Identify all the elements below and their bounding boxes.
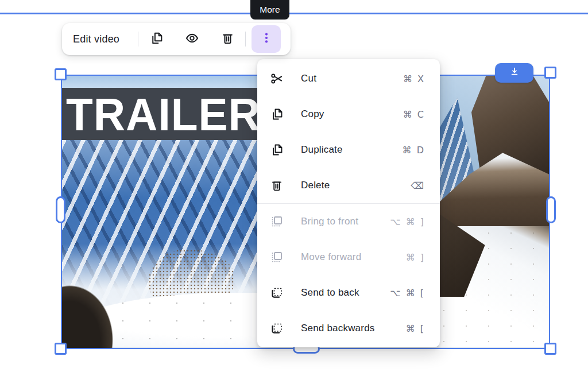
menu-item-shortcut: ⌥ ⌘ ] bbox=[390, 216, 425, 227]
menu-item-move-forward[interactable]: Move forward ⌘ ] bbox=[257, 239, 440, 275]
send-backwards-icon bbox=[270, 321, 284, 335]
menu-item-label: Copy bbox=[301, 108, 324, 120]
resize-handle-top-left[interactable] bbox=[55, 68, 67, 80]
resize-handle-bottom-left[interactable] bbox=[55, 343, 67, 355]
duplicate-button[interactable] bbox=[138, 23, 174, 55]
menu-item-shortcut: ⌘ C bbox=[403, 109, 425, 120]
resize-handle-top-right[interactable] bbox=[544, 67, 556, 79]
resize-handle-right[interactable] bbox=[546, 196, 556, 223]
menu-item-shortcut: ⌘ [ bbox=[406, 323, 425, 334]
page-boundary-line bbox=[0, 13, 588, 14]
menu-item-label: Delete bbox=[301, 180, 330, 191]
resize-handle-bottom-right[interactable] bbox=[544, 343, 556, 355]
download-button[interactable] bbox=[495, 63, 533, 83]
trash-icon bbox=[270, 179, 284, 192]
menu-item-label: Cut bbox=[301, 73, 316, 84]
menu-item-label: Duplicate bbox=[301, 144, 343, 156]
menu-item-shortcut: ⌥ ⌘ [ bbox=[390, 288, 425, 299]
menu-item-send-to-back[interactable]: Send to back ⌥ ⌘ [ bbox=[257, 275, 440, 311]
duplicate-icon bbox=[270, 143, 284, 157]
edit-video-button[interactable]: Edit video bbox=[62, 33, 138, 45]
send-to-back-icon bbox=[270, 286, 284, 300]
delete-button[interactable] bbox=[210, 23, 245, 55]
copy-icon bbox=[270, 107, 284, 121]
canvas-stage: TRAILER More Edit video bbox=[0, 0, 588, 376]
toolbar-divider bbox=[245, 32, 246, 46]
menu-item-label: Send to back bbox=[301, 287, 359, 299]
scissors-icon bbox=[270, 72, 284, 86]
vertical-dots-icon bbox=[260, 31, 273, 47]
bring-to-front-icon bbox=[270, 215, 284, 228]
download-icon bbox=[509, 66, 520, 80]
video-overlay-text: TRAILER bbox=[66, 88, 261, 140]
context-menu: Cut ⌘ X Copy ⌘ C Duplicate ⌘ D bbox=[257, 59, 440, 347]
menu-item-shortcut: ⌘ ] bbox=[406, 252, 425, 263]
menu-item-delete[interactable]: Delete ⌫ bbox=[257, 168, 440, 203]
menu-item-copy[interactable]: Copy ⌘ C bbox=[257, 96, 440, 132]
menu-item-shortcut: ⌘ D bbox=[403, 145, 425, 156]
menu-item-cut[interactable]: Cut ⌘ X bbox=[257, 61, 440, 96]
resize-handle-left[interactable] bbox=[56, 196, 65, 223]
menu-item-label: Send backwards bbox=[301, 323, 374, 334]
trash-icon bbox=[220, 31, 235, 48]
more-button[interactable] bbox=[252, 25, 281, 53]
copy-icon bbox=[149, 31, 164, 48]
more-tooltip: More bbox=[250, 0, 289, 20]
move-forward-icon bbox=[270, 250, 284, 264]
menu-item-label: Move forward bbox=[301, 251, 361, 263]
element-toolbar: Edit video bbox=[62, 23, 291, 55]
menu-item-shortcut: ⌫ bbox=[411, 180, 425, 191]
menu-item-send-backwards[interactable]: Send backwards ⌘ [ bbox=[257, 311, 440, 346]
menu-item-bring-to-front[interactable]: Bring to front ⌥ ⌘ ] bbox=[257, 204, 440, 239]
video-frame-right-scene bbox=[439, 76, 549, 347]
rocks-foreground bbox=[61, 269, 126, 349]
eye-icon bbox=[185, 31, 199, 48]
menu-item-duplicate[interactable]: Duplicate ⌘ D bbox=[257, 132, 440, 168]
preview-button[interactable] bbox=[174, 23, 210, 55]
menu-item-shortcut: ⌘ X bbox=[403, 73, 425, 84]
menu-item-label: Bring to front bbox=[301, 216, 358, 227]
